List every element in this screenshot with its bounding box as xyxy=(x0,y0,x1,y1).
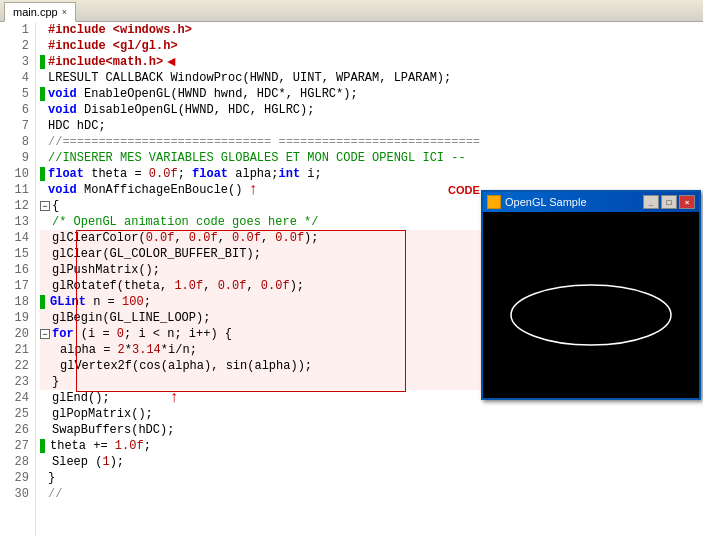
line-num-29: 29 xyxy=(6,470,29,486)
up-arrow-11: ↑ xyxy=(248,182,258,198)
code-text-28: Sleep (1); xyxy=(48,454,124,470)
marker-1 xyxy=(40,22,48,38)
tab-filename: main.cpp xyxy=(13,6,58,18)
error-arrow-3: ◄ xyxy=(167,54,175,70)
line-num-5: 5 xyxy=(6,86,29,102)
code-text-16: glPushMatrix(); xyxy=(48,262,160,278)
file-tab[interactable]: main.cpp × xyxy=(4,2,76,22)
line-num-16: 16 xyxy=(6,262,29,278)
opengl-icon xyxy=(487,195,501,209)
line-num-28: 28 xyxy=(6,454,29,470)
line-num-1: 1 xyxy=(6,22,29,38)
marker-21 xyxy=(40,342,48,358)
code-line-30: // xyxy=(40,486,699,502)
code-text-15: glClear(GL_COLOR_BUFFER_BIT); xyxy=(48,246,261,262)
marker-4 xyxy=(40,70,48,86)
green-marker-5 xyxy=(40,87,45,101)
maximize-button[interactable]: □ xyxy=(661,195,677,209)
line-num-27: 27 xyxy=(6,438,29,454)
expand-box-12[interactable]: − xyxy=(40,201,50,211)
marker-22 xyxy=(40,358,48,374)
code-text-25: glPopMatrix(); xyxy=(48,406,153,422)
code-text-13: /* OpenGL animation code goes here */ xyxy=(48,214,318,230)
editor-container: 1 2 3 4 5 6 7 8 9 10 11 12 13 14 15 16 1… xyxy=(0,22,703,536)
code-text-6: void DisableOpenGL(HWND, HDC, HGLRC); xyxy=(48,102,314,118)
code-line-4: LRESULT CALLBACK WindowProc(HWND, UINT, … xyxy=(40,70,699,86)
green-marker-10 xyxy=(40,167,45,181)
code-line-9: //INSERER MES VARIABLES GLOBALES ET MON … xyxy=(40,150,699,166)
line-num-10: 10 xyxy=(6,166,29,182)
line-num-15: 15 xyxy=(6,246,29,262)
line-num-30: 30 xyxy=(6,486,29,502)
green-marker-27 xyxy=(40,439,45,453)
svg-point-0 xyxy=(511,285,671,345)
line-num-17: 17 xyxy=(6,278,29,294)
green-marker-3 xyxy=(40,55,45,69)
code-text-20: for (i = 0; i < n; i++) { xyxy=(52,326,232,342)
line-num-26: 26 xyxy=(6,422,29,438)
code-text-19: glBegin(GL_LINE_LOOP); xyxy=(48,310,210,326)
marker-25 xyxy=(40,406,48,422)
code-text-27: theta += 1.0f; xyxy=(48,438,151,454)
code-text-23: } xyxy=(48,374,59,390)
code-text-24: glEnd(); xyxy=(48,390,110,406)
code-text-8: //============================= ========… xyxy=(48,134,480,150)
close-button[interactable]: × xyxy=(679,195,695,209)
line-num-19: 19 xyxy=(6,310,29,326)
code-text-10: float theta = 0.0f; float alpha;int i; xyxy=(48,166,322,182)
title-bar: main.cpp × xyxy=(0,0,703,22)
line-num-3: 3 xyxy=(6,54,29,70)
marker-14 xyxy=(40,230,48,246)
line-num-23: 23 xyxy=(6,374,29,390)
code-line-25: glPopMatrix(); xyxy=(40,406,699,422)
code-label: CODE xyxy=(448,184,480,196)
green-marker-18 xyxy=(40,295,45,309)
code-text-22: glVertex2f(cos(alpha), sin(alpha)); xyxy=(48,358,312,374)
code-text-11: void MonAffichageEnBoucle() xyxy=(48,182,242,198)
tab-close-button[interactable]: × xyxy=(62,7,67,17)
line-num-2: 2 xyxy=(6,38,29,54)
code-text-21: alpha = 2*3.14*i/n; xyxy=(48,342,197,358)
marker-28 xyxy=(40,454,48,470)
marker-24 xyxy=(40,390,48,406)
code-text-29: } xyxy=(48,470,55,486)
code-text-9: //INSERER MES VARIABLES GLOBALES ET MON … xyxy=(48,150,466,166)
code-text-7: HDC hDC; xyxy=(48,118,106,134)
code-text-1: #include <windows.h> xyxy=(48,22,192,38)
marker-2 xyxy=(40,38,48,54)
opengl-ellipse-svg xyxy=(501,235,681,375)
code-line-28: Sleep (1); xyxy=(40,454,699,470)
opengl-canvas xyxy=(483,212,699,398)
opengl-title: OpenGL Sample xyxy=(505,196,639,208)
marker-17 xyxy=(40,278,48,294)
marker-16 xyxy=(40,262,48,278)
code-line-29: } xyxy=(40,470,699,486)
line-num-7: 7 xyxy=(6,118,29,134)
code-line-26: SwapBuffers(hDC); xyxy=(40,422,699,438)
marker-11 xyxy=(40,182,48,198)
line-num-22: 22 xyxy=(6,358,29,374)
code-text-4: LRESULT CALLBACK WindowProc(HWND, UINT, … xyxy=(48,70,451,86)
expand-box-20[interactable]: − xyxy=(40,329,50,339)
line-num-11: 11 xyxy=(6,182,29,198)
code-text-3: #include<math.h> xyxy=(48,54,163,70)
code-text-18: GLint n = 100; xyxy=(48,294,151,310)
line-num-4: 4 xyxy=(6,70,29,86)
code-line-7: HDC hDC; xyxy=(40,118,699,134)
line-num-20: 20 xyxy=(6,326,29,342)
marker-7 xyxy=(40,118,48,134)
line-num-12: 12 xyxy=(6,198,29,214)
code-line-6: void DisableOpenGL(HWND, HDC, HGLRC); xyxy=(40,102,699,118)
marker-30 xyxy=(40,486,48,502)
line-num-25: 25 xyxy=(6,406,29,422)
code-text-2: #include <gl/gl.h> xyxy=(48,38,178,54)
marker-6 xyxy=(40,102,48,118)
opengl-titlebar: OpenGL Sample _ □ × xyxy=(483,192,699,212)
code-text-12: { xyxy=(52,198,59,214)
code-text-14: glClearColor(0.0f, 0.0f, 0.0f, 0.0f); xyxy=(48,230,319,246)
code-text-5: void EnableOpenGL(HWND hwnd, HDC*, HGLRC… xyxy=(48,86,358,102)
marker-8 xyxy=(40,134,48,150)
minimize-button[interactable]: _ xyxy=(643,195,659,209)
code-line-1: #include <windows.h> xyxy=(40,22,699,38)
opengl-window[interactable]: OpenGL Sample _ □ × xyxy=(481,190,701,400)
